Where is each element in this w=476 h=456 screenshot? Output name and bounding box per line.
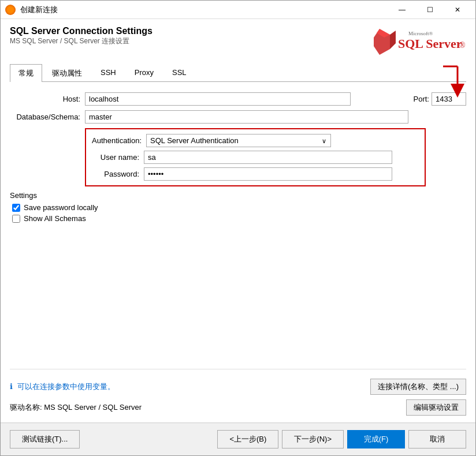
auth-select-wrapper: SQL Server Authentication Windows Authen… [146,134,331,147]
finish-button[interactable]: 完成(F) [347,430,405,448]
show-schemas-row: Show All Schemas [12,214,466,223]
prev-button[interactable]: <上一步(B) [217,430,278,448]
svg-text:SQL Server: SQL Server [398,36,462,51]
info-text-area: ℹ 可以在连接参数中使用变量。 [10,382,115,392]
save-password-checkbox[interactable] [12,204,20,212]
tab-driver[interactable]: 驱动属性 [43,64,91,82]
auth-select[interactable]: SQL Server Authentication Windows Authen… [146,134,331,147]
svg-text:®: ® [459,41,466,50]
username-label: User name: [92,153,144,162]
save-password-row: Save password locally [12,203,466,212]
main-title: SQL Server Connection Settings [10,26,153,36]
variables-link[interactable]: 可以在连接参数中使用变量。 [17,382,115,391]
tab-ssh[interactable]: SSH [92,64,125,82]
settings-section: Settings Save password locally Show All … [10,191,466,223]
tab-bar: 常规 驱动属性 SSH Proxy SSL [10,63,466,82]
title-bar: 创建新连接 — ☐ ✕ [1,1,475,19]
footer-right-buttons: <上一步(B) 下一步(N)> 完成(F) 取消 [217,430,466,448]
show-schemas-checkbox[interactable] [12,215,20,223]
maximize-button[interactable]: ☐ [416,2,443,18]
username-input[interactable] [144,151,392,164]
database-row: Database/Schema: [10,110,466,124]
password-row: Password: [92,167,419,181]
header-titles: SQL Server Connection Settings MS SQL Se… [10,26,153,46]
next-button[interactable]: 下一步(N)> [282,430,344,448]
close-button[interactable]: ✕ [444,2,471,18]
svg-marker-5 [390,31,396,49]
driver-name-text: 驱动名称: MS SQL Server / SQL Server [10,402,142,413]
bottom-info: ℹ 可以在连接参数中使用变量。 连接详情(名称、类型 ...) 驱动名称: MS… [10,369,466,416]
info-row: ℹ 可以在连接参数中使用变量。 连接详情(名称、类型 ...) [10,379,466,395]
auth-section: Authentication: SQL Server Authenticatio… [85,128,426,186]
tab-ssl[interactable]: SSL [163,64,195,82]
svg-text:Microsoft®: Microsoft® [408,31,433,36]
tab-proxy[interactable]: Proxy [126,64,162,82]
sub-title: MS SQL Server / SQL Server 连接设置 [10,36,153,46]
port-label: Port: [414,95,429,103]
red-arrow-annotation [440,61,472,98]
footer-left-buttons: 测试链接(T)... [10,430,80,448]
show-schemas-label[interactable]: Show All Schemas [24,214,86,223]
password-input[interactable] [144,167,392,181]
header-section: SQL Server Connection Settings MS SQL Se… [10,26,466,58]
form-section: Host: Port: [10,90,466,357]
tab-general[interactable]: 常规 [10,64,42,82]
save-password-label[interactable]: Save password locally [24,203,98,212]
app-icon [5,5,16,15]
minimize-button[interactable]: — [389,2,415,18]
username-row: User name: [92,151,419,164]
settings-title: Settings [10,191,466,200]
driver-row: 驱动名称: MS SQL Server / SQL Server 编辑驱动设置 [10,399,466,416]
auth-row: Authentication: SQL Server Authenticatio… [92,134,419,147]
title-controls: — ☐ ✕ [389,2,471,18]
database-input[interactable] [85,110,408,124]
window-title: 创建新连接 [20,5,58,15]
db-label: Database/Schema: [10,113,85,121]
host-input[interactable] [85,92,351,106]
host-row: Host: Port: [10,92,466,106]
password-label: Password: [92,170,144,178]
port-area: Port: [414,92,466,106]
connection-details-button[interactable]: 连接详情(名称、类型 ...) [370,379,466,395]
main-window: 创建新连接 — ☐ ✕ SQL Server Connection Settin… [0,0,476,456]
host-label: Host: [10,95,85,103]
edit-driver-button[interactable]: 编辑驱动设置 [406,399,466,416]
content-area: SQL Server Connection Settings MS SQL Se… [1,19,475,423]
cancel-button[interactable]: 取消 [408,430,466,448]
sql-server-logo: Microsoft® SQL Server ® [374,26,466,58]
title-bar-left: 创建新连接 [5,5,58,15]
info-icon: ℹ [10,382,13,391]
auth-label: Authentication: [92,136,146,145]
logo-area: Microsoft® SQL Server ® [374,26,466,58]
footer-area: 测试链接(T)... <上一步(B) 下一步(N)> 完成(F) 取消 [1,423,475,455]
test-connection-button[interactable]: 测试链接(T)... [10,430,80,448]
